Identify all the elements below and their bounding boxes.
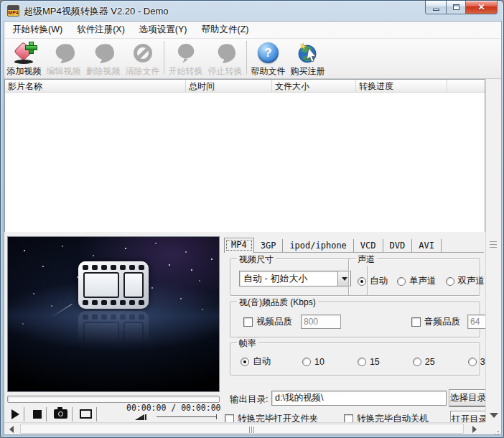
minimize-icon (433, 9, 439, 11)
horizontal-scrollbar[interactable] (4, 422, 485, 434)
minimize-button[interactable] (425, 1, 446, 14)
scrollbar-thumb-grip[interactable] (490, 241, 497, 248)
radio-channel-stereo[interactable]: 双声道 (446, 275, 485, 287)
toolbar-separator (246, 41, 247, 74)
buy-register-button[interactable]: 购买注册 (288, 39, 327, 78)
title-bar[interactable]: MP4 超级MP4视频转换器 V2.20 - Demo ✕ (1, 1, 504, 21)
scroll-down-icon[interactable] (490, 413, 498, 418)
video-size-group: 视频尺寸 自动 - 初始大小 (230, 258, 368, 296)
menu-register[interactable]: 软件注册(X) (70, 21, 131, 39)
menu-start-convert[interactable]: 开始转换(W) (6, 21, 69, 39)
column-file-size[interactable]: 文件大小 (272, 80, 356, 92)
scrollbar-corner (485, 422, 501, 434)
output-dir-input[interactable] (271, 391, 447, 406)
column-movie-name[interactable]: 影片名称 (5, 80, 186, 92)
radio-icon (397, 277, 406, 286)
framerate-group-label: 帧率 (237, 337, 258, 350)
stop-convert-button[interactable]: 停止转换 (205, 39, 245, 78)
audio-quality-input[interactable] (467, 314, 485, 329)
quality-group: 视(音)频品质 (Kbps) 视频品质 音频品质 (230, 302, 480, 337)
column-filler (447, 80, 485, 92)
tab-avi[interactable]: AVI (412, 239, 442, 252)
radio-fps-25[interactable]: 25 (413, 357, 435, 367)
tab-ipod-iphone[interactable]: ipod/iphone (283, 239, 353, 252)
edit-video-button[interactable]: 编辑视频 (44, 39, 83, 78)
vertical-scrollbar[interactable] (485, 79, 501, 422)
video-size-value: 自动 - 初始大小 (240, 272, 337, 285)
video-quality-checkbox[interactable]: 视频品质 (243, 316, 292, 328)
checkbox-icon (225, 414, 234, 422)
column-progress[interactable]: 转换进度 (356, 80, 447, 92)
snapshot-button[interactable] (51, 409, 67, 419)
scroll-right-icon[interactable] (472, 426, 477, 433)
fullscreen-icon (80, 409, 92, 419)
open-directory-button[interactable]: 打开目录 (451, 411, 485, 422)
volume-icon-bar (145, 414, 146, 420)
video-file-list[interactable]: 影片名称 总时间 文件大小 转换进度 (4, 79, 485, 232)
app-window: MP4 超级MP4视频转换器 V2.20 - Demo ✕ 开始转换(W) 软件… (0, 0, 504, 438)
volume-slider[interactable] (157, 416, 217, 417)
hscrollbar-thumb[interactable] (20, 424, 464, 434)
close-icon: ✕ (477, 3, 485, 11)
delete-video-button[interactable]: 删除视频 (83, 39, 123, 78)
scroll-left-icon[interactable] (9, 426, 14, 433)
radio-fps-30[interactable]: 30 (468, 357, 485, 367)
stop-button[interactable] (29, 410, 42, 419)
volume-icon[interactable] (135, 414, 144, 420)
toolbar: 添加视频 编辑视频 删除视频 清除文件 (4, 39, 501, 79)
settings-panel: 00:00:00 / 00:00:00 MP4 3GP ipod/iphone … (4, 232, 485, 422)
radio-icon (302, 358, 311, 366)
play-button[interactable] (7, 409, 19, 419)
close-button[interactable]: ✕ (465, 1, 498, 14)
radio-icon (446, 277, 454, 286)
menu-options[interactable]: 选项设置(Y) (133, 21, 194, 39)
format-tabs: MP4 3GP ipod/iphone VCD DVD AVI (224, 238, 484, 253)
tab-vcd[interactable]: VCD (354, 239, 383, 252)
resize-grip-icon[interactable] (498, 431, 499, 432)
checkbox-icon (243, 317, 253, 327)
radio-channel-auto[interactable]: 自动 (358, 275, 388, 287)
radio-icon (413, 358, 421, 366)
radio-channel-mono[interactable]: 单声道 (397, 275, 437, 287)
choose-directory-button[interactable]: 选择目录 (449, 390, 485, 406)
maximize-button[interactable] (446, 1, 465, 14)
fullscreen-button[interactable] (77, 409, 92, 419)
menu-bar: 开始转换(W) 软件注册(X) 选项设置(Y) 帮助文件(Z) (4, 22, 501, 39)
video-quality-input[interactable] (301, 314, 341, 329)
tab-mp4[interactable]: MP4 (224, 238, 254, 253)
clear-files-button[interactable]: 清除文件 (123, 39, 162, 78)
radio-fps-15[interactable]: 15 (358, 357, 380, 367)
radio-icon (241, 358, 249, 366)
radio-icon (358, 277, 366, 286)
shutdown-after-checkbox[interactable]: 转换完毕自动关机 (344, 413, 429, 422)
help-file-button[interactable]: ? 帮助文件 (248, 39, 288, 78)
audio-quality-checkbox[interactable]: 音频品质 (411, 316, 460, 328)
toolbar-separator (164, 41, 164, 74)
delete-video-icon (91, 41, 116, 65)
radio-icon (468, 358, 477, 366)
tab-3gp[interactable]: 3GP (254, 239, 284, 252)
film-strip-reflection (78, 311, 149, 358)
add-video-button[interactable]: 添加视频 (4, 39, 44, 78)
column-total-time[interactable]: 总时间 (186, 80, 272, 92)
tab-dvd[interactable]: DVD (383, 239, 413, 252)
maximize-icon (453, 4, 459, 10)
start-convert-icon (174, 41, 198, 65)
radio-fps-10[interactable]: 10 (302, 357, 325, 367)
camera-icon (54, 409, 67, 419)
video-size-select[interactable]: 自动 - 初始大小 (239, 271, 351, 286)
client-area: 开始转换(W) 软件注册(X) 选项设置(Y) 帮助文件(Z) 添加视频 编辑视… (4, 21, 502, 435)
seek-bar[interactable] (7, 396, 220, 403)
channels-group-label: 声道 (355, 253, 377, 266)
edit-video-icon (52, 41, 76, 65)
open-folder-after-checkbox[interactable]: 转换完毕打开文件夹 (225, 413, 319, 422)
quality-group-label: 视(音)频品质 (Kbps) (237, 297, 318, 309)
radio-fps-auto[interactable]: 自动 (241, 355, 271, 368)
chevron-down-icon (342, 277, 347, 281)
buy-register-icon (296, 41, 320, 65)
menu-help[interactable]: 帮助文件(Z) (195, 21, 255, 39)
start-convert-button[interactable]: 开始转换 (166, 39, 205, 78)
starfield (8, 237, 9, 238)
star-streak (51, 304, 72, 317)
film-strip-icon (78, 261, 149, 309)
